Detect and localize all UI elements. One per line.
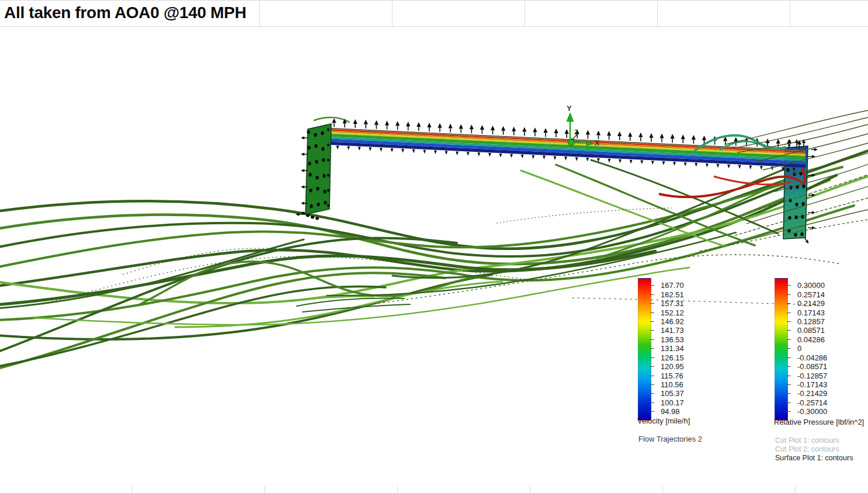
legend-value: 120.95 <box>661 363 684 370</box>
legend-value: 146.92 <box>661 318 684 325</box>
legend-tick <box>787 411 791 412</box>
axis-y-label: Y <box>567 104 572 113</box>
legend-tick <box>787 285 791 286</box>
plot-caption: Cut Plot 1: contours <box>775 436 853 445</box>
pressure-colorbar <box>775 278 788 421</box>
legend-tick <box>650 376 654 376</box>
legend-row: 167.70 <box>650 281 684 290</box>
legend-value: 136.53 <box>661 336 684 343</box>
legend-tick <box>650 285 654 286</box>
legend-value: -0.30000 <box>797 408 827 415</box>
legend-tick <box>787 384 791 385</box>
legend-row: 126.15 <box>650 353 684 362</box>
legend-row: 0.25714 <box>787 290 827 298</box>
legend-tick <box>787 321 791 322</box>
legend-value: -0.12857 <box>797 372 827 380</box>
legend-value: -0.08571 <box>797 363 827 370</box>
legend-tick <box>650 366 654 367</box>
pressure-legend-title: Relative Pressure [lbf/in^2] <box>774 418 864 426</box>
legend-row: -0.12857 <box>787 371 827 380</box>
legend-tick <box>650 303 654 304</box>
legend-value: 162.51 <box>661 291 684 298</box>
legend-row: 0.21429 <box>787 299 827 308</box>
pressure-captions: Cut Plot 1: contoursCut Plot 2: contours… <box>775 436 853 463</box>
legend-tick <box>650 339 654 340</box>
legend-row: 100.17 <box>650 398 684 407</box>
legend-tick <box>650 313 654 313</box>
legend-tick <box>650 330 654 331</box>
legend-value: 0.04286 <box>797 336 825 343</box>
legend-value: 0.21429 <box>797 300 825 307</box>
legend-row: 0.17143 <box>787 308 827 317</box>
legend-row: 141.73 <box>650 326 684 335</box>
plot-caption: Surface Plot 1: contours <box>775 454 853 463</box>
legend-value: 110.56 <box>661 381 683 388</box>
plot-caption: Cut Plot 2: contours <box>775 445 853 454</box>
legend-row: -0.08571 <box>787 362 827 371</box>
legend-value: 0.30000 <box>797 282 825 289</box>
legend-value: 167.70 <box>661 282 684 289</box>
legend-row: -0.21429 <box>787 389 827 398</box>
legend-tick <box>787 303 791 304</box>
legend-value: 157.31 <box>661 300 684 307</box>
legend-value: 0.17143 <box>797 309 825 317</box>
axis-z-label: Z <box>574 129 578 136</box>
cfd-scene: Y Z X <box>0 0 868 493</box>
legend-row: 110.56 <box>650 380 684 389</box>
legend-tick <box>650 402 654 403</box>
legend-value: -0.04286 <box>797 354 827 362</box>
legend-value: 141.73 <box>661 327 684 334</box>
legend-tick <box>650 357 654 358</box>
legend-value: -0.17143 <box>797 381 827 388</box>
spreadsheet-page: { "sheet": { "title": "All taken from AO… <box>0 0 868 493</box>
legend-tick <box>650 411 654 412</box>
legend-value: 94.98 <box>661 408 680 415</box>
legend-tick <box>787 393 791 394</box>
legend-row: -0.25714 <box>787 398 827 407</box>
legend-row: 162.51 <box>650 290 684 298</box>
legend-value: 115.76 <box>661 372 683 380</box>
legend-row: -0.17143 <box>787 380 827 389</box>
legend-value: 100.17 <box>661 399 684 407</box>
legend-tick <box>787 330 791 331</box>
legend-tick <box>787 402 791 403</box>
endplate-left <box>305 124 331 214</box>
legend-tick <box>787 366 791 367</box>
legend-value: 0.08571 <box>797 327 825 334</box>
legend-row: 0.08571 <box>787 326 827 335</box>
flow-trajectories-caption: Flow Trajectories 2 <box>638 435 702 443</box>
legend-value: 126.15 <box>661 354 684 362</box>
legend-value: 0.12857 <box>797 318 825 325</box>
legend-row: 0.12857 <box>787 317 827 326</box>
legend-row: 115.76 <box>650 371 684 380</box>
legend-tick <box>787 376 791 376</box>
legend-row: 94.98 <box>650 407 684 416</box>
legend-tick <box>787 348 791 349</box>
legend-tick <box>650 321 654 322</box>
legend-row: 120.95 <box>650 362 684 371</box>
axis-x-label: X <box>595 139 599 147</box>
legend-row: 152.12 <box>650 308 684 317</box>
legend-tick <box>650 294 654 295</box>
legend-row: 105.37 <box>650 389 684 398</box>
legend-value: 0 <box>797 345 801 352</box>
velocity-legend-title: Velocity [mile/h] <box>637 416 690 425</box>
legend-row: 0.04286 <box>787 335 827 344</box>
legend-value: -0.25714 <box>797 399 827 407</box>
velocity-legend-values: 167.70162.51157.31152.12146.92141.73136.… <box>650 281 684 416</box>
legend-row: 157.31 <box>650 299 684 308</box>
legend-row: 131.34 <box>650 344 684 353</box>
legend-row: 0 <box>787 344 827 353</box>
legend-tick <box>787 339 791 340</box>
legend-row: -0.30000 <box>787 407 827 416</box>
legend-tick <box>650 348 654 349</box>
velocity-colorbar <box>638 278 651 421</box>
legend-tick <box>787 357 791 358</box>
legend-row: -0.04286 <box>787 353 827 362</box>
legend-value: 131.34 <box>661 345 684 352</box>
legend-value: 0.25714 <box>797 291 825 298</box>
legend-tick <box>650 384 654 385</box>
legend-value: 152.12 <box>661 309 684 317</box>
legend-value: -0.21429 <box>797 390 827 397</box>
legend-tick <box>787 294 791 295</box>
